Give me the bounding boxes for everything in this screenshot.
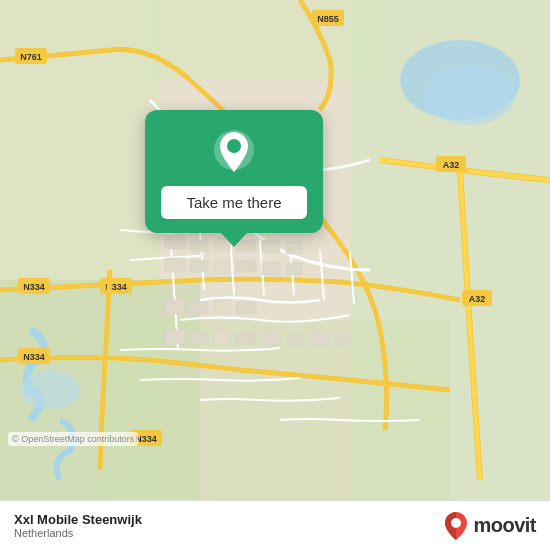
svg-text:N334: N334 — [23, 352, 45, 362]
svg-rect-32 — [190, 260, 208, 272]
moovit-logo: moovit — [445, 512, 536, 540]
svg-rect-33 — [214, 260, 230, 274]
svg-rect-44 — [236, 332, 256, 344]
svg-rect-35 — [262, 262, 280, 275]
svg-rect-45 — [262, 332, 280, 345]
svg-rect-4 — [150, 0, 380, 80]
svg-rect-29 — [262, 240, 280, 253]
location-country: Netherlands — [14, 527, 142, 539]
popup-card: Take me there — [145, 110, 323, 233]
map-container: A32 A32 N761 N855 N334 N334 N334 N334 — [0, 0, 550, 500]
svg-rect-39 — [214, 300, 230, 314]
svg-rect-31 — [165, 258, 185, 272]
svg-text:N334: N334 — [23, 282, 45, 292]
svg-rect-5 — [100, 320, 450, 500]
svg-rect-46 — [286, 334, 302, 346]
svg-text:A32: A32 — [469, 294, 486, 304]
copyright-text: © OpenStreetMap contributors — [8, 432, 138, 446]
location-pin-icon — [210, 128, 258, 176]
bottom-bar: Xxl Mobile Steenwijk Netherlands moovit — [0, 500, 550, 550]
svg-text:N334: N334 — [135, 434, 157, 444]
svg-point-7 — [425, 65, 515, 125]
svg-point-8 — [20, 370, 80, 410]
svg-text:N761: N761 — [20, 52, 42, 62]
take-me-there-button[interactable]: Take me there — [161, 186, 307, 219]
svg-rect-40 — [236, 302, 256, 314]
svg-rect-41 — [165, 330, 185, 344]
svg-rect-36 — [286, 263, 302, 275]
svg-text:A32: A32 — [443, 160, 460, 170]
svg-rect-38 — [190, 302, 208, 314]
svg-rect-43 — [214, 330, 230, 344]
svg-rect-34 — [236, 260, 256, 272]
svg-rect-47 — [310, 332, 328, 345]
svg-rect-42 — [190, 332, 208, 344]
moovit-brand-text: moovit — [473, 514, 536, 537]
svg-text:N855: N855 — [317, 14, 339, 24]
svg-point-51 — [451, 518, 461, 528]
svg-rect-48 — [334, 333, 350, 345]
svg-rect-37 — [165, 300, 185, 314]
svg-rect-26 — [190, 240, 208, 252]
svg-rect-25 — [165, 235, 185, 249]
svg-rect-30 — [286, 242, 302, 254]
moovit-pin-icon — [445, 512, 467, 540]
location-info: Xxl Mobile Steenwijk Netherlands — [14, 512, 142, 539]
svg-point-50 — [227, 139, 241, 153]
location-name: Xxl Mobile Steenwijk — [14, 512, 142, 527]
